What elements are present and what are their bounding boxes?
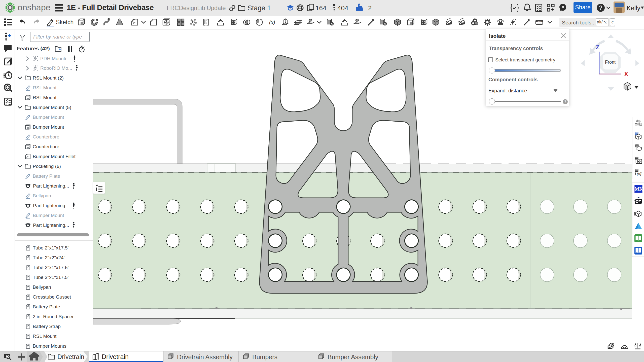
svg-text:X: X — [624, 70, 628, 78]
svg-text:(x): (x) — [637, 171, 641, 176]
svg-text:Front: Front — [605, 60, 616, 65]
svg-text:?: ? — [599, 5, 602, 11]
svg-text:Z: Z — [596, 44, 599, 51]
